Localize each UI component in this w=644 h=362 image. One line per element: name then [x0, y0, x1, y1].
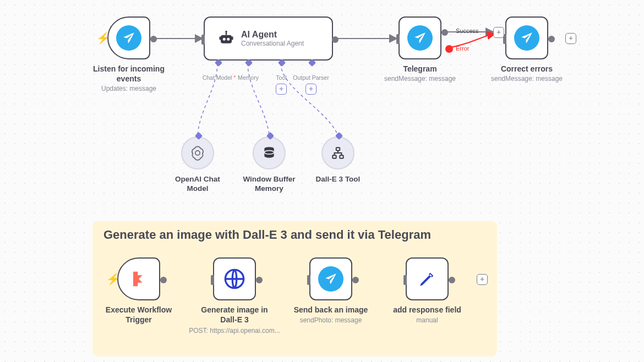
database-icon: [262, 146, 276, 160]
svg-rect-15: [336, 147, 340, 150]
sub-port[interactable]: [335, 132, 343, 140]
subnode-openai-chat-model[interactable]: OpenAI Chat Model: [181, 136, 214, 169]
out-port[interactable]: [160, 277, 167, 283]
svg-rect-11: [232, 36, 233, 40]
svg-point-12: [195, 151, 200, 155]
trigger-icon: ⚡: [96, 31, 110, 45]
out-port[interactable]: [449, 277, 455, 283]
ai-port-memory[interactable]: [245, 59, 253, 67]
subnode-title: OpenAI Chat Model: [165, 175, 231, 194]
node-send-back-image[interactable]: Send back an image sendPhoto: message: [309, 257, 352, 300]
node-subtitle: sendPhoto: message: [284, 316, 378, 325]
group-title: Generate an image with Dall-E 3 and send…: [103, 228, 431, 242]
node-title: Telegram: [379, 64, 461, 74]
in-port[interactable]: [211, 275, 214, 285]
telegram-icon: [514, 25, 539, 51]
telegram-icon: [318, 266, 343, 292]
error-port[interactable]: [445, 45, 453, 53]
node-subtitle: sendMessage: message: [373, 75, 467, 84]
out-port[interactable]: [150, 36, 157, 42]
node-correct-errors[interactable]: + Correct errors sendMessage: message: [505, 17, 548, 59]
telegram-icon: [407, 25, 433, 51]
node-generate-image-dalle3[interactable]: Generate image in Dall-E 3 POST: https:/…: [213, 257, 256, 300]
sub-port[interactable]: [266, 132, 274, 140]
svg-rect-16: [332, 155, 336, 158]
out-port[interactable]: [256, 277, 263, 283]
add-node-button[interactable]: +: [477, 274, 488, 285]
sub-port[interactable]: [195, 132, 203, 140]
node-telegram-send-message[interactable]: Telegram sendMessage: message: [399, 17, 441, 59]
success-port[interactable]: [441, 29, 448, 36]
network-icon: [331, 146, 345, 160]
out-port[interactable]: [548, 36, 555, 42]
svg-point-9: [225, 31, 227, 33]
ai-port-parser[interactable]: [308, 59, 316, 67]
svg-point-6: [223, 38, 226, 41]
node-subtitle: sendMessage: message: [480, 75, 574, 84]
add-node-button[interactable]: +: [565, 33, 576, 44]
node-title: Listen for incoming events: [88, 64, 170, 84]
svg-rect-5: [221, 35, 232, 43]
ai-port-tool[interactable]: [278, 59, 286, 67]
trigger-icon: ⚡: [106, 272, 120, 286]
status-label-success: Success: [456, 28, 479, 34]
subnode-title: Window Buffer Memory: [236, 175, 302, 194]
node-title: add response field: [386, 305, 468, 315]
globe-icon: [223, 268, 245, 290]
svg-point-7: [227, 38, 230, 41]
node-subtitle: Updates: message: [82, 85, 176, 94]
node-subtitle: POST: https://api.openai.com...: [188, 327, 281, 336]
subnode-title: Dall-E 3 Tool: [305, 175, 371, 184]
pencil-icon: [418, 270, 436, 288]
svg-rect-8: [226, 32, 227, 35]
status-label-error: Error: [456, 45, 469, 52]
node-listen-incoming-events[interactable]: ⚡ Listen for incoming events Updates: me…: [107, 17, 150, 59]
in-port[interactable]: [201, 35, 205, 45]
telegram-icon: [116, 25, 141, 51]
robot-icon: [218, 30, 234, 47]
agent-title: AI Agent: [241, 30, 304, 40]
out-port[interactable]: [332, 36, 339, 43]
node-title: Send back an image: [290, 305, 372, 315]
svg-rect-17: [340, 155, 343, 158]
merge-in-button[interactable]: +: [493, 27, 504, 38]
node-title: Correct errors: [485, 64, 568, 74]
out-port[interactable]: [352, 277, 359, 283]
ai-port-label-parser: Output Parser: [292, 74, 330, 81]
openai-icon: [190, 145, 205, 161]
in-port[interactable]: [396, 34, 400, 44]
subnode-window-buffer-memory[interactable]: Window Buffer Memory: [253, 136, 286, 169]
node-ai-agent[interactable]: AI Agent Conversational Agent: [204, 17, 333, 61]
add-parser-button[interactable]: +: [305, 84, 316, 95]
svg-rect-10: [220, 36, 221, 40]
add-tool-button[interactable]: +: [276, 84, 287, 95]
in-port[interactable]: [403, 275, 407, 285]
export-icon: [128, 268, 150, 290]
node-execute-workflow-trigger[interactable]: ⚡ Execute Workflow Trigger: [117, 257, 160, 300]
node-add-response-field[interactable]: add response field manual: [406, 257, 449, 300]
node-subtitle: manual: [380, 316, 474, 325]
node-title: Generate image in Dall-E 3: [193, 305, 276, 325]
node-title: Execute Workflow Trigger: [97, 305, 180, 325]
subnode-dalle3-tool[interactable]: Dall-E 3 Tool: [321, 136, 354, 169]
ai-port-chat[interactable]: [215, 59, 222, 67]
in-port[interactable]: [307, 275, 310, 285]
agent-subtitle: Conversational Agent: [241, 40, 304, 47]
